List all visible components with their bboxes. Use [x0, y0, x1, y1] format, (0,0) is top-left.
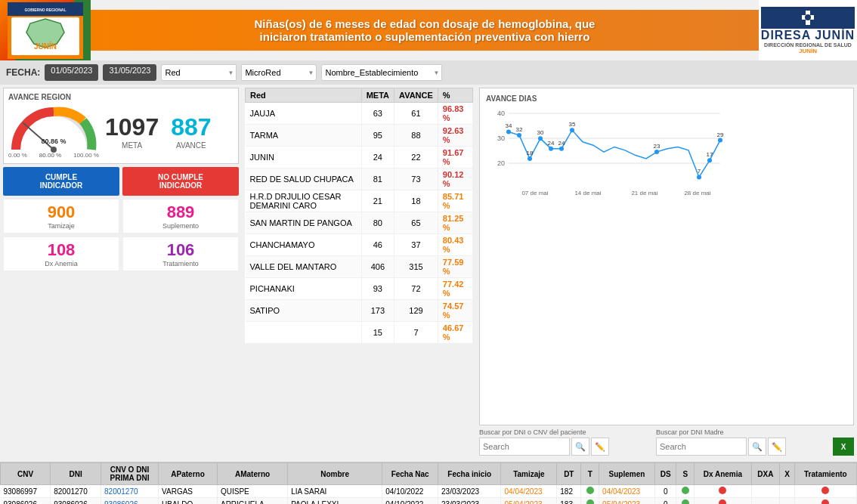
excel-export-button[interactable]: X	[833, 438, 854, 456]
toolbar: FECHA: 01/05/2023 31/05/2023 Red MicroRe…	[0, 60, 857, 85]
clear-madre-button[interactable]: ✏️	[768, 438, 786, 456]
status-dot	[586, 487, 594, 494]
cell-fecha-inicio: 23/03/2023	[438, 498, 501, 505]
region-table: Red META AVANCE % JAUJA 63 61 96.83 % TA…	[245, 88, 473, 344]
cnv-prima-link[interactable]: 93086026	[104, 500, 138, 505]
data-table: CNV DNI CNV O DNIPRIMA DNI APaterno AMat…	[0, 462, 857, 504]
cell-pct: 90.12 %	[438, 169, 472, 190]
th-tratamiento: Tratamiento	[794, 463, 856, 485]
chart-data-point	[517, 133, 521, 138]
cell-fecha-nac: 04/10/2022	[382, 485, 438, 498]
search-madre-label: Buscar por DNI Madre	[656, 428, 830, 436]
sub-stats-row2: 108 Dx Anemia 106 Tratamiento	[3, 237, 239, 271]
search-patient-group: Buscar por DNI o CNV del paciente 🔍 ✏️	[479, 428, 653, 456]
microred-select-wrapper[interactable]: MicroRed	[241, 64, 317, 81]
junin-logo-container: GOBIERNO REGIONAL JUNÍN	[0, 0, 91, 60]
cell-meta: 24	[361, 147, 394, 169]
no-cumple-button[interactable]: NO CUMPLEINDICADOR	[122, 167, 239, 196]
clear-patient-button[interactable]: ✏️	[591, 438, 609, 456]
cell-avance: 73	[394, 169, 438, 190]
status-dot	[682, 499, 689, 504]
th-t: T	[581, 463, 599, 485]
status-dot	[821, 499, 829, 504]
red-select[interactable]: Red	[161, 64, 237, 81]
cell-avance: 65	[394, 212, 438, 234]
cell-nombre: LIA SARAI	[288, 485, 382, 498]
cumple-button[interactable]: CUMPLEINDICADOR	[3, 167, 119, 196]
cell-dxa	[751, 498, 780, 505]
suplemento-value: 889	[126, 203, 235, 222]
cell-ds: 0	[654, 498, 676, 505]
cell-dni: 82001270	[51, 485, 101, 498]
cell-s	[676, 485, 695, 498]
search-madre-input[interactable]	[656, 438, 747, 456]
cell-t	[581, 498, 599, 505]
chart-label: 24	[548, 140, 555, 147]
cell-red: SAN MARTIN DE PANGOA	[246, 212, 362, 234]
page-title: Niñas(os) de 6 meses de edad con dosaje …	[255, 17, 596, 43]
svg-text:07 de mai: 07 de mai	[521, 190, 548, 196]
fecha-inicio-input[interactable]: 01/05/2023	[45, 64, 98, 81]
search-patient-inputs: 🔍 ✏️	[479, 438, 653, 456]
cell-meta: 93	[361, 278, 394, 300]
avance-region-card: AVANCE REGION	[3, 88, 239, 164]
cell-red: TARMA	[246, 125, 362, 147]
cell-tamizaje: 05/04/2023	[501, 498, 557, 505]
status-dot	[719, 499, 726, 504]
cell-apaterno: UBALDO	[159, 498, 218, 505]
search-patient-input[interactable]	[479, 438, 570, 456]
th-tamizaje: Tamizaje	[501, 463, 557, 485]
suplemento-stat: 889 Suplemento	[122, 199, 239, 233]
cell-avance: 18	[394, 190, 438, 212]
establecimiento-select-wrapper[interactable]: Nombre_Establecimiento	[321, 64, 442, 81]
avance-label: AVANCE	[171, 141, 211, 150]
cell-pct: 80.43 %	[438, 234, 472, 256]
red-select-wrapper[interactable]: Red	[161, 64, 237, 81]
cell-x	[780, 485, 795, 498]
establecimiento-select[interactable]: Nombre_Establecimiento	[321, 64, 442, 81]
cell-pct: 77.42 %	[438, 278, 472, 300]
cell-t	[581, 485, 599, 498]
th-amaterno: AMaterno	[217, 463, 287, 485]
th-apaterno: APaterno	[159, 463, 218, 485]
search-patient-label: Buscar por DNI o CNV del paciente	[479, 428, 653, 436]
th-nombre: Nombre	[288, 463, 382, 485]
chart-label: 32	[516, 126, 523, 133]
cell-red: SATIPO	[246, 300, 362, 322]
cell-dxa	[751, 485, 780, 498]
cnv-prima-link[interactable]: 82001270	[104, 487, 138, 496]
search-madre-inputs: 🔍 ✏️	[656, 438, 830, 456]
svg-text:80.86 %: 80.86 %	[41, 138, 66, 145]
chart-data-point	[549, 147, 553, 151]
cell-meta: 406	[361, 256, 394, 278]
fecha-fin-input[interactable]: 31/05/2023	[103, 64, 156, 81]
chart-label: 23	[654, 143, 661, 150]
cell-meta: 173	[361, 300, 394, 322]
region-table-row: 15 7 46.67 %	[246, 322, 473, 344]
chart-data-point	[570, 128, 574, 132]
search-patient-button[interactable]: 🔍	[571, 438, 589, 456]
microred-select[interactable]: MicroRed	[241, 64, 317, 81]
th-dt: DT	[557, 463, 581, 485]
cell-pct: 81.25 %	[438, 212, 472, 234]
diresa-logo: DIRESA JUNÍN DIRECCIÓN REGIONAL DE SALUD…	[759, 0, 857, 60]
diresa-sub-label: DIRECCIÓN REGIONAL DE SALUD	[761, 42, 855, 48]
avance-value: 887	[171, 113, 211, 141]
chart-label: 29	[717, 131, 724, 138]
cell-cnv: 93086997	[1, 485, 51, 498]
cell-nombre: PAOLA LEXXI	[288, 498, 382, 505]
cell-pct: 74.57 %	[438, 300, 472, 322]
dx-anemia-stat: 108 Dx Anemia	[3, 237, 119, 271]
cell-pct: 96.83 %	[438, 103, 472, 125]
th-cnv-prima: CNV O DNIPRIMA DNI	[101, 463, 159, 485]
cell-suplemen: 04/04/2023	[599, 485, 655, 498]
meta-stat: 1097 META	[105, 113, 159, 150]
search-madre-button[interactable]: 🔍	[748, 438, 766, 456]
gauge-max-label: 100.00 %	[73, 152, 99, 159]
th-suplemen: Suplemen	[599, 463, 655, 485]
table-row: 93086997 82001270 82001270 VARGAS QUISPE…	[1, 485, 857, 498]
chart-data-point	[538, 136, 543, 141]
cell-dni: 93086026	[51, 498, 101, 505]
dx-anemia-value: 108	[7, 240, 116, 260]
chart-data-point	[528, 156, 532, 161]
